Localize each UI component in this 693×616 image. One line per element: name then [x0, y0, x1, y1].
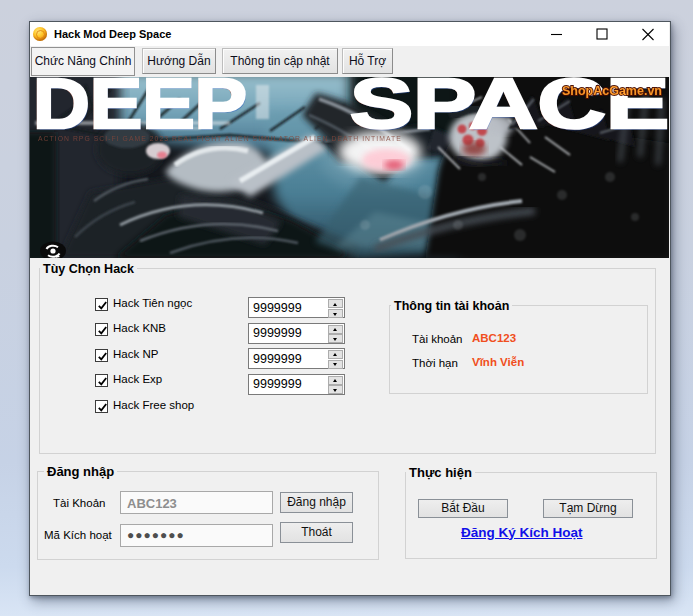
svg-text:ACTION RPG SCI-FI GAME 2023 RE: ACTION RPG SCI-FI GAME 2023 REAL FIGHT A…: [38, 135, 402, 142]
svg-text:ShopAcGame.vn: ShopAcGame.vn: [562, 84, 662, 98]
svg-text:DEEP: DEEP: [33, 77, 247, 143]
